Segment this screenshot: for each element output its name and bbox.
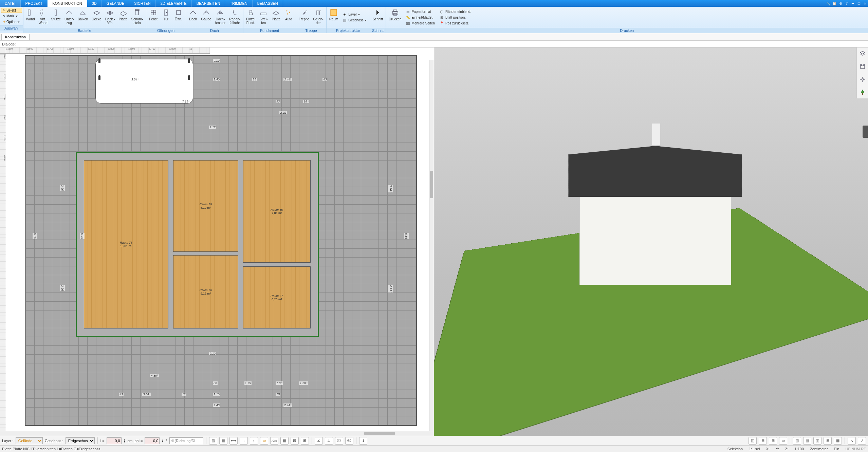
- layer-dropdown[interactable]: ◈Layer ▾: [341, 12, 367, 17]
- tool-angle-icon[interactable]: ∠: [315, 437, 323, 445]
- navigate-icon[interactable]: [858, 75, 867, 83]
- plan-room-78[interactable]: Raum 7818,01 m²: [84, 160, 168, 329]
- tool-fill-icon[interactable]: ▦: [219, 437, 227, 445]
- plan-room-80[interactable]: Raum 807,81 m²: [243, 160, 311, 263]
- menu-bemassen[interactable]: BEMASSEN: [253, 0, 283, 7]
- view-grid-icon[interactable]: ⊞: [769, 437, 777, 445]
- menu-2d-elemente[interactable]: 2D-ELEMENTE: [156, 0, 192, 7]
- blatt-position-button[interactable]: ⊞Blatt position.: [439, 15, 472, 20]
- tool-snap-icon[interactable]: ⊡: [291, 437, 299, 445]
- menu-datei[interactable]: DATEI: [0, 0, 21, 7]
- scrollbar-2d-vertical[interactable]: [429, 60, 434, 431]
- streifen-button[interactable]: Strei- fen: [257, 7, 270, 27]
- auto-button[interactable]: Auto: [282, 7, 295, 27]
- gelaender-button[interactable]: Gelän- der: [312, 7, 325, 27]
- view-cols-icon[interactable]: ▥: [793, 437, 801, 445]
- layer-select[interactable]: Gelände: [16, 437, 43, 444]
- fenst-button[interactable]: Fenst: [147, 7, 160, 27]
- fund-platte-button[interactable]: Platte: [270, 7, 282, 27]
- mehrere-seiten-button[interactable]: ▯▯Mehrere Seiten: [405, 20, 436, 26]
- view-3d-pane[interactable]: [434, 48, 868, 436]
- plan-car[interactable]: [95, 59, 193, 103]
- view-single-icon[interactable]: ▭: [779, 437, 787, 445]
- ruler-vertical[interactable]: 790077007500730071006900: [0, 54, 6, 431]
- view-split-icon[interactable]: ◫: [749, 437, 757, 445]
- l-input[interactable]: [107, 437, 122, 444]
- mark-button[interactable]: ✎Mark. ▾: [1, 14, 22, 19]
- unterzug-button[interactable]: Unter- zug: [63, 7, 76, 27]
- tool-abc-icon[interactable]: Abc: [270, 437, 278, 445]
- context-tab-konstruktion[interactable]: Konstruktion: [1, 34, 30, 40]
- tool-dim-icon[interactable]: ⟷: [229, 437, 238, 445]
- tool-ortho-icon[interactable]: ⊥: [325, 437, 333, 445]
- tool-icon-help[interactable]: ?: [844, 0, 850, 7]
- platte-button[interactable]: Platte: [117, 7, 129, 27]
- deckoeffn-button[interactable]: Deck.- öffn.: [104, 7, 117, 27]
- schornstein-button[interactable]: Schorn- stein: [130, 7, 145, 27]
- treppe-button[interactable]: Treppe: [297, 7, 311, 27]
- canvas-2d[interactable]: Raum 7818,01 m² Raum 795,10 m² Raum 769,…: [6, 54, 434, 431]
- tool-icon-settings[interactable]: ⚙: [837, 0, 844, 7]
- menu-bearbeiten[interactable]: BEARBEITEN: [192, 0, 225, 7]
- view-expand-icon[interactable]: ↗: [858, 437, 866, 445]
- phi-spinner[interactable]: ▲▼: [162, 439, 164, 443]
- tool-circle-c-icon[interactable]: Ⓒ: [335, 437, 343, 445]
- tool-icon-clipboard[interactable]: 📋: [831, 0, 837, 7]
- plan-room-77[interactable]: Raum 776,23 m²: [243, 266, 311, 329]
- drucken-button[interactable]: Drucken: [387, 7, 403, 27]
- window-close-icon[interactable]: ✕: [862, 0, 868, 7]
- window-maximize-icon[interactable]: ☐: [856, 0, 862, 7]
- regenfallrohr-button[interactable]: Regen- fallrohr: [227, 7, 242, 27]
- tool-info-icon[interactable]: ℹ: [359, 437, 367, 445]
- schnitt-button[interactable]: Schnitt: [371, 7, 385, 27]
- tool-grid-icon[interactable]: ▦: [280, 437, 289, 445]
- virt-wand-button[interactable]: Virt. Wand: [37, 7, 49, 27]
- plan-room-79[interactable]: Raum 795,10 m²: [173, 160, 238, 252]
- tool-dim2-icon[interactable]: ↔: [240, 437, 248, 445]
- furniture-icon[interactable]: [858, 62, 867, 71]
- decke-button[interactable]: Decke: [90, 7, 103, 27]
- scrollbar-2d-horizontal[interactable]: [0, 431, 434, 436]
- ruler-horizontal[interactable]: 1130011500117001190012100123001250012700…: [6, 48, 210, 54]
- optionen-button[interactable]: ✚Optionen: [1, 19, 22, 24]
- gaube-button[interactable]: Gaube: [200, 7, 213, 27]
- einheit-button[interactable]: 📏Einheit/Maßst.: [405, 15, 436, 20]
- view-rows-icon[interactable]: ▤: [803, 437, 811, 445]
- view-split2-icon[interactable]: ⊟: [759, 437, 767, 445]
- tuer-button[interactable]: Tür: [160, 7, 172, 27]
- balken-button[interactable]: Balken: [76, 7, 90, 27]
- l-spinner[interactable]: ▲▼: [124, 439, 126, 443]
- oeffn-button[interactable]: Öffn.: [172, 7, 185, 27]
- tool-dimv-icon[interactable]: ↕: [250, 437, 258, 445]
- menu-konstruktion[interactable]: KONSTRUKTION: [48, 0, 87, 7]
- side-drawer-handle[interactable]: [863, 126, 868, 138]
- view-collapse-icon[interactable]: ↘: [848, 437, 856, 445]
- menu-trimmen[interactable]: TRIMMEN: [225, 0, 252, 7]
- phi-input[interactable]: [145, 437, 160, 444]
- einzelfund-button[interactable]: Einzel Fund.: [244, 7, 257, 27]
- raum-button[interactable]: Raum: [328, 7, 340, 27]
- tool-circle-n-icon[interactable]: Ⓝ: [345, 437, 353, 445]
- raender-button[interactable]: ▢Ränder einblend.: [439, 9, 472, 14]
- papierformat-button[interactable]: ▭Papierformat: [405, 9, 436, 14]
- layers-icon[interactable]: [858, 50, 867, 58]
- wand-button[interactable]: Wand: [24, 7, 37, 27]
- tool-highlight-icon[interactable]: ▭: [260, 437, 268, 445]
- tool-hatch-icon[interactable]: ▨: [209, 437, 217, 445]
- geschoss-dropdown[interactable]: ▤Geschoss ▾: [341, 18, 367, 23]
- tool-icon-wrench[interactable]: 🔧: [825, 0, 831, 7]
- geschoss-select[interactable]: Erdgeschos: [66, 437, 95, 444]
- menu-projekt[interactable]: PROJEKT: [21, 0, 48, 7]
- dachfenster-button[interactable]: Dach- fenster: [214, 7, 227, 27]
- view-mix2-icon[interactable]: ⊞: [824, 437, 832, 445]
- plan-house-outline[interactable]: Raum 7818,01 m² Raum 795,10 m² Raum 769,…: [76, 152, 319, 337]
- menu-gelaende[interactable]: GELÄNDE: [102, 0, 130, 7]
- stuetze-button[interactable]: Stütze: [50, 7, 62, 27]
- view-mix1-icon[interactable]: ◫: [813, 437, 821, 445]
- menu-sichten[interactable]: SICHTEN: [129, 0, 155, 7]
- menu-3d[interactable]: 3D: [87, 0, 102, 7]
- tree-icon[interactable]: [858, 88, 867, 96]
- house-3d[interactable]: [573, 133, 738, 288]
- view-mix3-icon[interactable]: ▦: [834, 437, 842, 445]
- tool-snap2-icon[interactable]: ⊞: [301, 437, 309, 445]
